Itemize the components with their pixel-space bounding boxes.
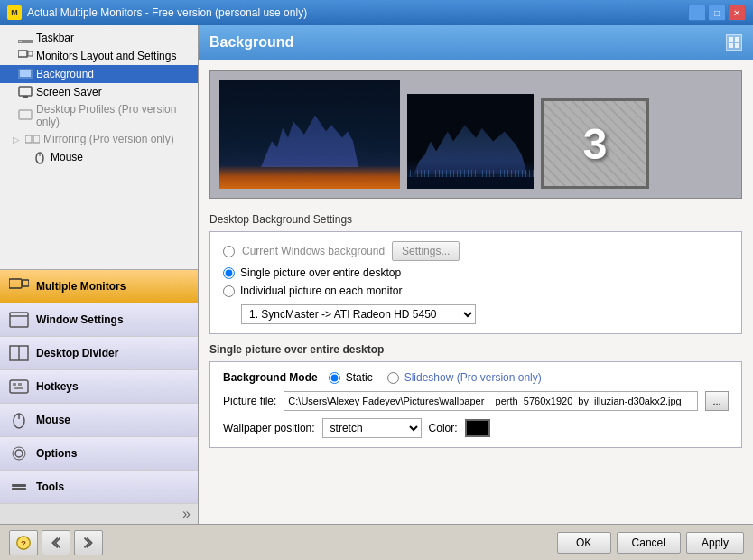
svg-rect-19 — [10, 380, 28, 393]
tools-nav-label: Tools — [36, 481, 64, 493]
monitor-preview-1[interactable] — [219, 80, 400, 189]
svg-rect-10 — [33, 135, 40, 143]
close-button[interactable]: ✕ — [728, 5, 746, 21]
static-radio-row[interactable]: Static — [329, 371, 373, 384]
hotkeys-nav-label: Hotkeys — [36, 380, 79, 393]
sidebar-item-mirroring[interactable]: ▷ Mirroring (Pro version only) — [0, 130, 198, 148]
slideshow-label: Slideshow (Pro version only) — [404, 371, 542, 384]
content-header-icon[interactable] — [726, 34, 742, 51]
wallpaper-position-select[interactable]: stretch center tile fit fill — [322, 418, 422, 438]
static-radio[interactable] — [329, 372, 340, 384]
window-settings-nav-icon — [9, 310, 29, 330]
nav-tools[interactable]: Tools — [0, 471, 198, 504]
sidebar-item-desktop-profiles[interactable]: Desktop Profiles (Pro version only) — [0, 101, 198, 130]
settings-button[interactable]: Settings... — [392, 241, 460, 261]
single-picture-radio[interactable] — [223, 267, 235, 279]
forward-button[interactable] — [74, 530, 103, 555]
color-swatch[interactable] — [465, 419, 490, 437]
nav-buttons: Multiple Monitors Window Settings Deskto… — [0, 269, 198, 524]
nav-mouse[interactable]: Mouse — [0, 404, 198, 437]
browse-button[interactable]: ... — [705, 391, 729, 411]
svg-rect-7 — [23, 96, 28, 98]
sidebar-item-taskbar[interactable]: Taskbar — [0, 29, 198, 47]
help-button[interactable]: ? — [9, 530, 38, 555]
svg-rect-31 — [729, 43, 733, 48]
main-container: Taskbar Monitors Layout and Settings Bac… — [0, 25, 753, 524]
svg-rect-5 — [20, 70, 31, 77]
svg-point-26 — [13, 447, 25, 460]
nav-hotkeys[interactable]: Hotkeys — [0, 370, 198, 404]
nav-window-settings[interactable]: Window Settings — [0, 303, 198, 337]
minimize-button[interactable]: – — [688, 5, 706, 21]
svg-point-25 — [15, 450, 23, 457]
mouse-icon — [33, 150, 47, 164]
monitor-preview-3[interactable]: 3 — [541, 98, 649, 189]
bg-mode-group: Background Mode Static Slideshow (Pro ve… — [209, 361, 742, 448]
bottom-bar: ? OK Cancel Apply — [0, 524, 753, 560]
svg-rect-21 — [18, 383, 22, 386]
tools-nav-icon — [9, 477, 29, 497]
slideshow-radio-row[interactable]: Slideshow (Pro version only) — [387, 371, 542, 384]
cancel-button[interactable]: Cancel — [617, 532, 681, 554]
current-windows-row[interactable]: Current Windows background Settings... — [223, 241, 729, 261]
picture-file-input[interactable] — [284, 391, 698, 411]
title-bar: M Actual Multiple Monitors - Free versio… — [0, 0, 753, 25]
bg-mode-row: Background Mode Static Slideshow (Pro ve… — [223, 371, 729, 384]
monitors-layout-label: Monitors Layout and Settings — [36, 50, 176, 62]
desktop-profiles-label: Desktop Profiles (Pro version only) — [36, 103, 192, 128]
sidebar-item-background[interactable]: Background — [0, 65, 198, 83]
single-picture-label: Single picture over entire desktop — [240, 266, 401, 279]
hotkeys-nav-icon — [9, 377, 29, 397]
sidebar-item-mouse[interactable]: Mouse — [0, 148, 198, 166]
bottom-left-buttons: ? — [9, 530, 103, 555]
background-label: Background — [36, 68, 94, 80]
nav-multiple-monitors[interactable]: Multiple Monitors — [0, 270, 198, 303]
svg-rect-30 — [735, 37, 739, 42]
content-title: Background — [209, 34, 293, 51]
nav-options[interactable]: Options — [0, 437, 198, 471]
screensaver-label: Screen Saver — [36, 86, 102, 98]
maximize-button[interactable]: □ — [708, 5, 726, 21]
static-label: Static — [346, 371, 373, 384]
bg-mode-label: Background Mode — [223, 371, 318, 384]
app-icon: M — [7, 5, 22, 20]
more-nav-button[interactable]: » — [0, 504, 198, 524]
svg-rect-20 — [13, 383, 16, 386]
sidebar-item-screensaver[interactable]: Screen Saver — [0, 83, 198, 101]
monitor-preview-2[interactable] — [407, 94, 534, 189]
content-header: Background — [199, 25, 753, 60]
mouse-label: Mouse — [51, 151, 83, 163]
svg-rect-1 — [19, 41, 22, 42]
desktop-divider-nav-label: Desktop Divider — [36, 347, 118, 359]
monitor-dropdown[interactable]: 1. SyncMaster -> ATI Radeon HD 5450 — [241, 304, 476, 324]
forward-icon — [80, 535, 97, 551]
apply-button[interactable]: Apply — [686, 532, 744, 554]
window-settings-nav-label: Window Settings — [36, 313, 124, 326]
svg-rect-9 — [25, 135, 32, 143]
wallpaper-position-label: Wallpaper position: — [223, 422, 315, 434]
current-windows-radio[interactable] — [223, 246, 235, 257]
slideshow-radio[interactable] — [387, 372, 399, 384]
svg-rect-8 — [19, 110, 32, 119]
svg-rect-22 — [14, 387, 23, 389]
color-label: Color: — [429, 422, 458, 434]
svg-rect-27 — [12, 484, 26, 487]
nav-desktop-divider[interactable]: Desktop Divider — [0, 337, 198, 370]
wallpaper-row: Wallpaper position: stretch center tile … — [223, 418, 729, 438]
sidebar-item-monitors-layout[interactable]: Monitors Layout and Settings — [0, 47, 198, 65]
back-button[interactable] — [42, 530, 70, 555]
settings-section-title: Desktop Background Settings — [209, 213, 742, 226]
picture-file-label: Picture file: — [223, 395, 276, 407]
single-picture-subsection: Single picture over entire desktop Backg… — [209, 343, 742, 448]
background-icon — [18, 67, 33, 81]
svg-rect-3 — [28, 51, 33, 56]
monitor-previews: 3 — [209, 70, 742, 199]
single-picture-row[interactable]: Single picture over entire desktop — [223, 266, 729, 279]
ok-button[interactable]: OK — [557, 532, 611, 554]
svg-text:?: ? — [21, 537, 26, 547]
individual-picture-radio[interactable] — [223, 285, 235, 297]
window-title: Actual Multiple Monitors - Free version … — [27, 6, 307, 19]
title-bar-buttons: – □ ✕ — [688, 5, 746, 21]
individual-picture-row[interactable]: Individual picture on each monitor — [223, 285, 729, 297]
tree-section: Taskbar Monitors Layout and Settings Bac… — [0, 25, 198, 269]
